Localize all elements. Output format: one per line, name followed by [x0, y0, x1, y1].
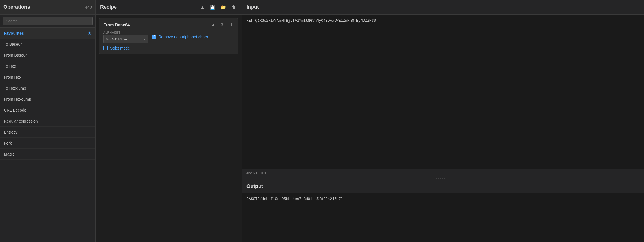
recipe-trash-button[interactable]: 🗑 [230, 4, 237, 11]
io-resize-dots [436, 178, 450, 179]
alphabet-select-wrapper: A-Za-z0-9+/= [103, 35, 148, 43]
resize-dot [241, 116, 241, 117]
lines-value: 1 [264, 171, 266, 175]
sidebar-count: 440 [85, 5, 92, 10]
io-dot [450, 178, 450, 179]
strict-mode-checkbox[interactable] [103, 46, 108, 50]
io-dot [448, 178, 448, 179]
alphabet-row: Alphabet A-Za-z0-9+/= Remove non-alphabe… [103, 31, 234, 43]
strict-mode-row: Strict mode [103, 46, 234, 50]
input-status-bar: enc 60 ≡ 1 [242, 169, 644, 177]
output-value: DASCTF{debef10c-05bb-4ea7-8d01-a5fdf2a24… [246, 197, 343, 201]
search-input[interactable] [3, 17, 93, 25]
input-area[interactable] [242, 15, 644, 169]
resize-dot [241, 124, 241, 125]
recipe-save-button[interactable]: 💾 [208, 4, 217, 11]
io-dot [438, 178, 439, 179]
recipe-title: Recipe [100, 4, 117, 10]
ops-list-item[interactable]: Magic [0, 149, 95, 160]
sidebar: Operations 440 Favourites ★ To Base64Fro… [0, 0, 96, 242]
output-section: Output DASCTF{debef10c-05bb-4ea7-8d01-a5… [242, 180, 644, 242]
io-panel: Input enc 60 ≡ 1 Output [242, 0, 644, 242]
enc-label: enc [246, 171, 252, 175]
resize-dot [241, 128, 241, 128]
favourites-item[interactable]: Favourites ★ [0, 28, 95, 39]
ops-list-item[interactable]: To Hexdump [0, 83, 95, 94]
recipe-folder-button[interactable]: 📁 [219, 4, 228, 11]
lines-status: ≡ 1 [261, 171, 266, 175]
recipe-content: From Base64 ▲ ⊘ ⏸ Alphabet A-Za-z0-9+/= [96, 15, 242, 242]
ops-list: To Base64From Base64To HexFrom HexTo Hex… [0, 39, 95, 242]
output-title: Output [246, 183, 263, 189]
recipe-resize-handle[interactable] [240, 0, 242, 242]
remove-non-alphabet-label[interactable]: Remove non-alphabet chars [158, 35, 208, 39]
from-base64-card: From Base64 ▲ ⊘ ⏸ Alphabet A-Za-z0-9+/= [99, 18, 238, 54]
remove-non-alphabet-row: Remove non-alphabet chars [152, 35, 208, 39]
ops-list-item[interactable]: Fork [0, 138, 95, 149]
io-dot [436, 178, 437, 179]
remove-non-alphabet-checkbox[interactable] [152, 35, 156, 39]
io-resize-handle[interactable] [242, 177, 644, 180]
resize-dots [241, 114, 241, 128]
output-area: DASCTF{debef10c-05bb-4ea7-8d01-a5fdf2a24… [242, 193, 644, 242]
io-dot [446, 178, 446, 179]
io-dot [440, 178, 441, 179]
ops-list-item[interactable]: Entropy [0, 127, 95, 138]
favourites-label: Favourites [4, 31, 24, 35]
enc-value: 60 [253, 171, 257, 175]
ops-list-item[interactable]: URL Decode [0, 105, 95, 116]
input-title: Input [246, 4, 259, 10]
alphabet-label: Alphabet [103, 31, 148, 34]
resize-dot [241, 122, 241, 123]
ops-list-item[interactable]: To Hex [0, 61, 95, 72]
search-container [0, 15, 95, 28]
input-section: Input enc 60 ≡ 1 [242, 0, 644, 177]
ops-list-item[interactable]: Regular expression [0, 116, 95, 127]
resize-dot [241, 120, 241, 121]
card-header-right: ▲ ⊘ ⏸ [210, 22, 234, 27]
recipe-panel: Recipe ▲ 💾 📁 🗑 From Base64 ▲ ⊘ ⏸ Alphabe… [96, 0, 242, 242]
output-header: Output [242, 180, 644, 193]
enc-status: enc 60 [246, 171, 257, 175]
resize-dot [241, 126, 241, 126]
resize-dot [241, 118, 241, 119]
resize-dot [241, 114, 241, 115]
input-header: Input [242, 0, 644, 15]
from-base64-card-header: From Base64 ▲ ⊘ ⏸ [103, 22, 234, 27]
card-disable-button[interactable]: ⊘ [219, 22, 225, 27]
sidebar-header: Operations 440 [0, 0, 95, 15]
recipe-up-button[interactable]: ▲ [199, 4, 206, 11]
alphabet-select[interactable]: A-Za-z0-9+/= [103, 35, 148, 43]
lines-icon: ≡ [261, 171, 263, 175]
ops-list-item[interactable]: From Base64 [0, 50, 95, 61]
sidebar-title: Operations [3, 4, 30, 10]
recipe-header: Recipe ▲ 💾 📁 🗑 [96, 0, 242, 15]
card-collapse-button[interactable]: ▲ [210, 22, 217, 27]
io-dot [442, 178, 443, 179]
alphabet-group: Alphabet A-Za-z0-9+/= [103, 31, 148, 43]
card-pause-button[interactable]: ⏸ [227, 22, 234, 27]
recipe-actions: ▲ 💾 📁 🗑 [199, 4, 237, 11]
strict-mode-label[interactable]: Strict mode [110, 46, 130, 50]
io-dot [444, 178, 445, 179]
star-icon: ★ [87, 30, 91, 36]
ops-list-item[interactable]: From Hexdump [0, 94, 95, 105]
ops-list-item[interactable]: From Hex [0, 72, 95, 83]
ops-list-item[interactable]: To Base64 [0, 39, 95, 50]
from-base64-title: From Base64 [103, 22, 130, 27]
